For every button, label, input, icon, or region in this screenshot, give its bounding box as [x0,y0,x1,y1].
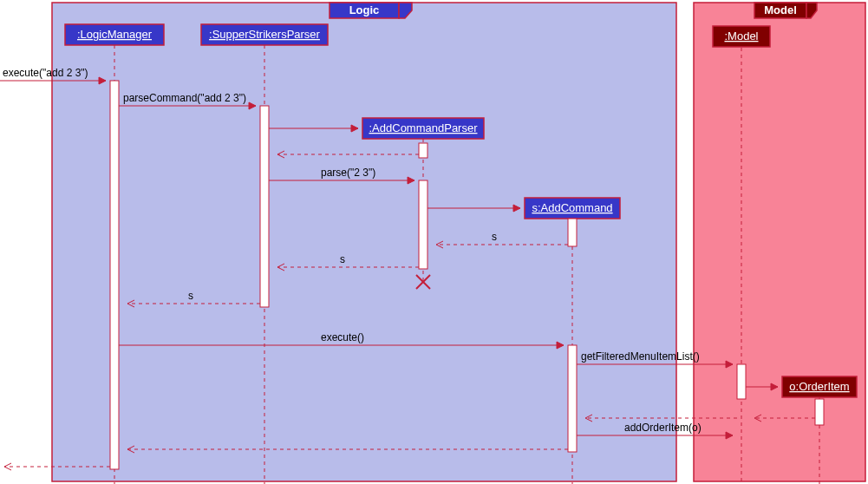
logic-frame-title: Logic [349,3,380,16]
msg-get-filtered: getFilteredMenuItemList() [581,350,700,363]
svg-rect-17 [815,399,824,425]
svg-rect-12 [419,143,427,158]
svg-rect-13 [419,180,427,269]
msg-parse-command: parseCommand("add 2 3") [123,92,246,104]
logic-manager-label: :LogicManager [77,28,153,41]
add-parser-label: :AddCommandParser [369,121,479,134]
svg-rect-16 [737,364,746,399]
svg-rect-10 [110,81,119,469]
svg-rect-11 [260,106,269,307]
logic-frame [52,3,676,481]
ret-s3: s [188,290,193,302]
add-cmd-label: s:AddCommand [532,201,612,214]
order-item-label: o:OrderItem [789,380,849,393]
msg-execute: execute() [321,331,364,343]
msg-parse: parse("2 3") [321,167,375,179]
parser-label: :SupperStrikersParser [209,28,321,41]
msg-add-order-item: addOrderItem(o) [624,422,702,434]
model-frame-title: Model [764,3,797,16]
msg-execute-add: execute("add 2 3") [3,67,88,79]
ret-s1: s [492,231,497,243]
model-frame [694,3,865,481]
ret-s2: s [340,253,345,265]
svg-rect-15 [568,345,577,452]
svg-rect-14 [568,219,577,246]
model-label: :Model [724,29,758,43]
